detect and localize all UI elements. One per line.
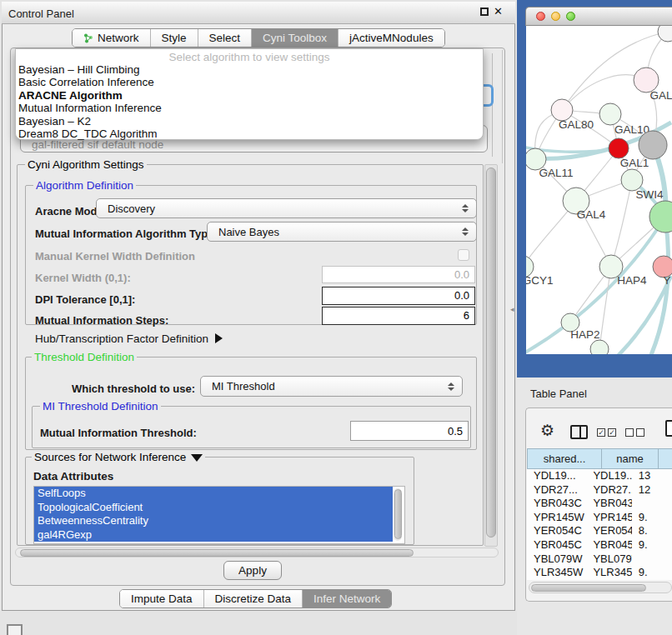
tab-label: jActiveMNodules [349,32,434,44]
network-window-titlebar[interactable] [525,7,672,26]
network-node-gal10[interactable] [599,103,621,125]
tab-select[interactable]: Select [198,29,253,47]
close-window-icon[interactable] [536,12,545,21]
threshold-definition-title: Threshold Definition [32,351,137,363]
algorithm-option[interactable]: Basic Correlation Inference [16,76,483,88]
tab-cyni-toolbox[interactable]: Cyni Toolbox [252,29,339,47]
apply-button[interactable]: Apply [223,561,282,580]
zoom-window-icon[interactable] [566,12,575,21]
table-cell: YER054C [586,524,631,538]
mi-algorithm-type-value: Naive Bayes [218,226,279,238]
table-row[interactable]: YBR043CYBR043C [527,497,672,511]
table-cell [632,552,672,567]
kernel-width-label: Kernel Width (0,1): [35,272,131,284]
table-cell: YBR045C [586,538,631,552]
tab-network[interactable]: Network [73,29,151,47]
combo-stepper-icon [462,228,469,236]
tab-jactivemnodules[interactable]: jActiveMNodules [339,29,444,47]
network-node[interactable] [658,26,672,42]
aracne-mode-value: Discovery [108,202,155,215]
mi-threshold-field[interactable]: 0.5 [350,421,469,441]
table-row[interactable]: YER054CYER054C8. [527,524,672,538]
control-panel-tabs: NetworkStyleSelectCyni ToolboxjActiveMNo… [72,28,445,48]
data-attribute-item[interactable]: BetweennessCentrality [34,514,393,528]
mi-threshold-group-title: MI Threshold Definition [40,400,161,412]
new-table-icon[interactable] [665,420,672,437]
tab-label: Discretize Data [215,592,292,605]
table-row[interactable]: YBL079WYBL079W [527,552,672,567]
network-graph: GALGAL80GAL10GAL1GAL11SWI4GAL4GCY1HAP4YH… [526,26,672,354]
which-threshold-combo[interactable]: MI Threshold [200,376,463,397]
network-edge[interactable] [599,267,611,349]
table-header-row: shared...nameA [527,448,672,469]
data-attribute-item[interactable]: gal4RGexp [34,528,393,542]
kernel-width-field[interactable]: 0.0 [322,266,475,283]
table-row[interactable]: YDL19...YDL19...13 [527,469,672,483]
network-view-canvas[interactable]: GALGAL80GAL10GAL1GAL11SWI4GAL4GCY1HAP4YH… [526,26,672,354]
gear-icon[interactable]: ⚙ [540,421,554,440]
table-cell: YER054C [527,524,586,538]
panel-divider-collapse-icon[interactable]: ◂ [510,305,514,313]
mi-threshold-label: Mutual Information Threshold: [40,427,197,439]
control-panel-titlebar[interactable] [2,2,515,24]
algorithm-option[interactable]: Mutual Information Inference [16,102,483,114]
algorithm-definition-title: Algorithm Definition [33,179,136,192]
table-column-header[interactable]: A [659,448,672,469]
data-attribute-item[interactable]: SelfLoops [34,487,393,501]
network-node[interactable] [590,340,609,354]
network-node-label: GAL80 [559,118,594,131]
tab-label: Select [209,32,241,44]
hub-definition-toggle[interactable]: Hub/Transcription Factor Definition [35,332,223,345]
cyni-algorithm-settings-title: Cyni Algorithm Settings [25,158,147,171]
tab-discretize-data[interactable]: Discretize Data [204,590,303,608]
manual-kernel-label: Manual Kernel Width Definition [35,250,195,262]
sources-toggle[interactable]: Sources for Network Inference [32,451,205,463]
aracne-mode-combo[interactable]: Discovery [96,198,477,218]
table-row[interactable]: YPR145WYPR145W9. [527,511,672,525]
table-column-header[interactable]: name [602,448,659,469]
tab-infer-network[interactable]: Infer Network [303,590,391,608]
attr-list-scrollbar-thumb[interactable] [394,489,402,539]
algorithm-option[interactable]: ARACNE Algorithm [16,89,483,102]
settings-horizontal-scrollbar-thumb[interactable] [20,549,414,557]
table-cell: YDR27... [586,483,631,498]
table-cell: 13 [632,469,672,483]
data-attribute-item[interactable]: TopologicalCoefficient [34,501,393,515]
table-row[interactable]: YBR045CYBR045C9. [527,538,672,552]
dpi-tolerance-field[interactable]: 0.0 [322,287,475,305]
tab-label: Network [98,32,139,44]
table-row[interactable]: YLR345WYLR345W9. [527,566,672,580]
network-node-gal1[interactable] [609,138,629,158]
network-edge[interactable] [611,180,632,267]
float-panel-icon[interactable] [480,8,489,16]
tab-label: Impute Data [131,592,193,605]
mi-steps-field[interactable]: 6 [322,307,475,325]
table-column-header[interactable]: shared... [527,448,602,469]
hide-all-columns-icon[interactable] [625,428,644,437]
table-horizontal-scrollbar-thumb[interactable] [531,584,646,592]
manual-kernel-checkbox[interactable] [458,249,469,261]
close-panel-icon[interactable]: ✕ [494,5,503,18]
network-node[interactable] [639,131,667,159]
mi-algorithm-type-combo[interactable]: Naive Bayes [207,222,477,242]
show-all-columns-icon[interactable]: ✓✓ [597,428,616,437]
table-cell: YBR045C [527,538,586,552]
minimized-panel-icon[interactable] [7,624,23,635]
settings-vertical-scrollbar-thumb[interactable] [486,168,496,538]
table-row[interactable]: YDR27...YDR27...12 [527,483,672,498]
mi-algorithm-type-label: Mutual Information Algorithm Type: [35,228,218,240]
algorithm-option[interactable]: Bayesian – K2 [16,115,483,128]
algorithm-option[interactable]: Bayesian – Hill Climbing [16,63,483,76]
sources-title: Sources for Network Inference [34,451,186,463]
table-cell: YLR345W [527,566,586,580]
network-node-label: HAP4 [617,274,647,287]
column-browser-icon[interactable] [570,425,588,439]
tab-impute-data[interactable]: Impute Data [120,590,204,608]
minimize-window-icon[interactable] [551,12,560,21]
tab-style[interactable]: Style [151,29,198,47]
table-cell: YBR043C [586,497,631,511]
algorithm-option[interactable]: Dream8 DC_TDC Algorithm [16,128,483,140]
table-cell: 9. [632,511,672,525]
attr-list-scrollbar[interactable] [394,488,402,541]
combo-stepper-icon [462,204,469,212]
